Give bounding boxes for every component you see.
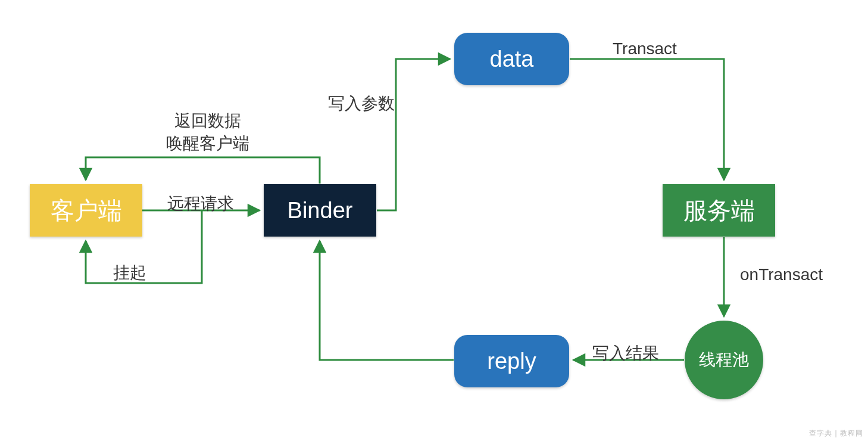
label-write-result: 写入结果 [592,342,659,365]
node-binder: Binder [264,184,376,237]
label-transact: Transact [613,39,677,58]
node-threadpool-label: 线程池 [699,349,749,371]
node-data: data [454,33,569,85]
arrow-write-params [377,59,450,210]
node-threadpool: 线程池 [685,321,763,399]
node-binder-label: Binder [288,198,353,223]
node-client-label: 客户端 [51,194,122,227]
label-suspend: 挂起 [113,262,146,284]
label-remote-request: 远程请求 [167,192,234,215]
node-server-label: 服务端 [683,194,755,227]
arrow-transact [570,59,724,180]
arrow-reply-to-binder [320,241,454,360]
label-return-data: 返回数据 唤醒客户端 [148,110,267,155]
watermark: 查字典 | 教程网 [809,428,863,439]
node-client: 客户端 [30,184,142,237]
node-reply-label: reply [487,349,536,374]
node-reply: reply [454,335,569,387]
node-data-label: data [490,46,534,72]
label-on-transact: onTransact [740,265,823,284]
node-server: 服务端 [663,184,775,237]
label-write-params: 写入参数 [328,92,395,115]
arrow-return-data [86,157,320,184]
label-return-data-line2: 唤醒客户端 [148,132,267,155]
label-return-data-line1: 返回数据 [148,110,267,132]
